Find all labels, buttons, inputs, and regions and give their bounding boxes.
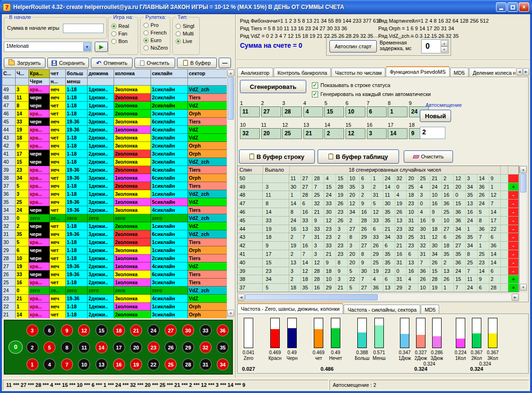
gen-table-row[interactable]: 461481621302334161235261049253616514- [238,208,519,217]
board-number-14[interactable]: 14 [96,341,107,353]
spinner-down-icon[interactable]: ▼ [441,46,448,52]
history-row[interactable]: 493кра...неч1-181дюжи..3колонка1сиклайнV… [2,86,227,94]
tab-Частота - Zero, шансы, дюжины, колонки[interactable]: Частота - Zero, шансы, дюжины, колонки [237,303,343,314]
board-number-21[interactable]: 21 [130,324,142,336]
start-sum-input[interactable] [63,24,104,33]
scroll-thumb[interactable] [520,174,526,192]
offset-new-button[interactable]: Новый [420,110,451,122]
radio-option-Pro[interactable]: Pro [141,21,170,29]
tab-Деление колеса на[interactable]: Деление колеса на [469,68,515,77]
board-number-11[interactable]: 11 [78,341,90,353]
history-row[interactable]: 3923кра...неч19-362дюжи..2колонка4сиклай… [2,166,227,174]
generate-each-spin-checkbox[interactable]: ✓ Генерировать на каждый спин автоматиче… [312,90,431,98]
board-number-32[interactable]: 32 [200,341,212,353]
board-number-27[interactable]: 27 [165,324,177,336]
history-row[interactable]: 4419кра...неч19-362дюжи..1колонка4сиклай… [2,126,227,134]
profile-combobox[interactable]: 1Melonati ▼ [4,42,92,52]
history-row[interactable]: 2810чернчет1-181дюжи..1колонка2сиклайнTi… [2,254,227,262]
history-row[interactable]: 4533черннеч19-363дюжи..3колонка6сиклайнT… [2,118,227,126]
history-row[interactable]: 3424чернчет19-362дюжи..3колонка4сиклайнT… [2,206,227,214]
history-row[interactable]: 221кра...неч1-181дюжи..1колонка1сиклайнO… [2,303,227,311]
tab-scroll-left-icon[interactable]: ◀ [516,68,523,76]
scroll-up-icon[interactable]: ▲ [520,166,527,173]
radio-option-Multi[interactable]: Multi [173,30,199,37]
scroll-down-icon[interactable]: ▼ [227,310,234,317]
tab-MD5[interactable]: MD5 [421,305,439,314]
play-button[interactable]: ▶ [95,42,108,52]
radio-option-Singl[interactable]: Singl [173,22,199,30]
board-number-18[interactable]: 18 [113,324,125,336]
history-row[interactable]: 330zeroze...zerozerozerozeroVdZ_zch [2,214,227,222]
gen-table-row[interactable]: 38342182810322746314262826151192+ [238,275,519,284]
board-number-16[interactable]: 16 [113,358,125,370]
gen-table-row[interactable]: 4781463233261295301923016361513247- [238,200,519,208]
board-number-28[interactable]: 28 [182,358,194,370]
toolbar-save-button[interactable]: Сохранить [47,58,89,68]
history-row[interactable]: 305кра...неч1-181дюжи..2колонка1сиклайнT… [2,238,227,246]
board-number-15[interactable]: 15 [96,324,107,336]
minimize-button[interactable] [496,2,506,12]
history-row[interactable]: 429кра...неч1-181дюжи..3колонка2сиклайнO… [2,142,227,150]
board-number-34[interactable]: 34 [217,358,229,370]
gen-table-row[interactable]: 4419161333233272662123323018273413622- [238,225,519,234]
close-button[interactable]: × [519,2,529,12]
board-number-2[interactable]: 2 [27,341,38,353]
board-number-3[interactable]: 3 [27,324,38,336]
delay-spinner[interactable]: 0 ▲ ▼ [421,39,449,53]
radio-option-French[interactable]: French [141,29,170,36]
board-number-12[interactable]: 12 [78,324,90,336]
history-row[interactable]: 3135черннеч19-363дюжи..2колонка6сиклайнV… [2,230,227,238]
board-number-8[interactable]: 8 [61,341,73,353]
tab-Анализатор[interactable]: Анализатор [237,68,273,77]
history-row[interactable]: 478чернчет1-181дюжи..2колонка2сиклайнVdZ [2,102,227,110]
collapse-button[interactable]: — [219,58,231,68]
tab-Частота - сиклайны, сектора[interactable]: Частота - сиклайны, сектора [344,305,420,314]
gen-table-row[interactable]: 431827312328293334332531126263576- [238,233,519,242]
tab-Функционал PsevdoMS[interactable]: Функционал PsevdoMS [386,66,449,77]
board-number-1[interactable]: 1 [27,358,38,370]
board-number-29[interactable]: 29 [182,341,194,353]
board-number-9[interactable]: 9 [61,324,73,336]
board-number-10[interactable]: 10 [78,358,90,370]
board-number-7[interactable]: 7 [61,358,73,370]
history-row[interactable]: 2321кра...неч19-362дюжи..3колонка4сиклай… [2,295,227,303]
generate-button[interactable]: Сгенерировать [240,80,306,93]
board-number-26[interactable]: 26 [165,341,177,353]
gen-table-row[interactable]: 3923312281895301923016361513247146- [238,267,519,276]
board-number-0[interactable]: 0 [9,341,23,354]
scroll-thumb[interactable] [245,294,378,300]
board-number-19[interactable]: 19 [130,358,142,370]
scroll-right-icon[interactable]: ▶ [512,294,519,301]
gen-table-row[interactable]: 4117273212320829351663134353582514- [238,250,519,259]
history-row[interactable]: 240zeroze...zerozerozerozeroVdZ_zch [2,287,227,295]
board-number-24[interactable]: 24 [148,324,160,336]
board-number-4[interactable]: 4 [44,358,55,370]
gen-table-row[interactable]: 3751835162921527361329210191724628+ [238,284,519,292]
history-row[interactable]: 2719кра...неч19-362дюжи..1колонка4сиклай… [2,262,227,271]
history-row[interactable]: 2516кра...чет1-182дюжи..1колонка3сиклайн… [2,279,227,287]
toolbar-clipboard-button[interactable]: В буфер [177,58,217,68]
history-row[interactable]: 363кра...неч1-181дюжи..3колонка1сиклайнV… [2,190,227,198]
gen-table-row[interactable]: 40151314129820925353113726236252314- [238,259,519,267]
radio-option-Bon[interactable]: Bon [108,37,138,45]
gen-table-row[interactable]: 48111282524192023111418310160352612- [238,191,519,200]
board-number-25[interactable]: 25 [165,358,177,370]
history-row[interactable]: 4318кра...чет1-182дюжи..3колонка3сиклайн… [2,134,227,142]
history-row[interactable]: 296чернчет1-181дюжи..3колонка1сиклайнOrp… [2,246,227,254]
history-row[interactable]: 4811черннеч1-181дюжи..2колонка2сиклайнTi… [2,94,227,102]
history-row[interactable]: 375кра...неч1-181дюжи..2колонка1сиклайнT… [2,182,227,190]
board-number-31[interactable]: 31 [200,358,212,370]
scroll-thumb[interactable] [228,77,234,120]
board-number-17[interactable]: 17 [113,341,125,353]
board-number-36[interactable]: 36 [217,324,229,336]
board-number-6[interactable]: 6 [44,324,55,336]
board-number-22[interactable]: 22 [148,358,160,370]
scroll-down-icon[interactable]: ▼ [520,284,527,291]
board-number-23[interactable]: 23 [148,341,160,353]
tab-Контроль банкролла[interactable]: Контроль банкролла [274,68,331,77]
clear-gen-button[interactable]: Очистить [404,150,453,163]
history-row[interactable]: 3834кра...чет19-363дюжи..1колонка6сиклай… [2,174,227,182]
scroll-left-icon[interactable]: ◀ [238,294,245,301]
radio-option-Real[interactable]: Real [108,22,138,30]
history-row[interactable]: 4117черннеч1-182дюжи..2колонка3сиклайнOr… [2,150,227,158]
